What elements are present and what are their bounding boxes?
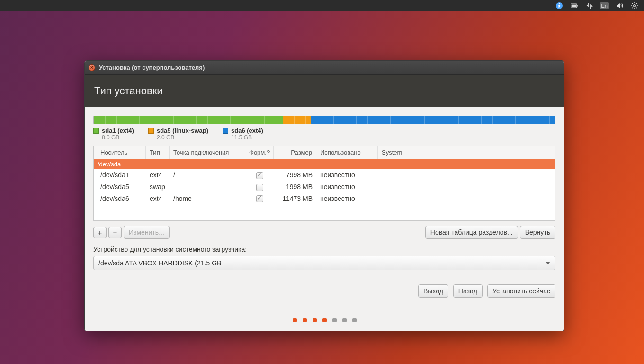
format-checkbox[interactable] (256, 184, 263, 191)
table-header: Носитель Тип Точка подключения Форм.? Ра… (94, 146, 555, 159)
legend-item: sda5 (linux-swap)2.0 GB (148, 127, 208, 141)
progress-dot (352, 318, 357, 322)
installer-window: Установка (от суперпользователя) Тип уст… (84, 60, 564, 331)
progress-dot (303, 318, 307, 322)
disk-row[interactable]: /dev/sda (94, 159, 555, 169)
svg-line-13 (636, 3, 637, 4)
accessibility-icon[interactable] (555, 1, 564, 10)
battery-icon[interactable] (570, 1, 579, 10)
format-checkbox[interactable] (256, 172, 263, 179)
progress-dot (332, 318, 337, 322)
progress-dot (322, 318, 327, 322)
system-top-panel: En (0, 0, 644, 11)
partition-segment[interactable] (94, 116, 283, 124)
svg-line-12 (632, 8, 633, 9)
bootloader-device-select[interactable]: /dev/sda ATA VBOX HARDDISK (21.5 GB (93, 256, 555, 270)
progress-dots (85, 318, 564, 322)
svg-line-11 (636, 8, 637, 9)
window-titlebar[interactable]: Установка (от суперпользователя) (85, 61, 564, 75)
partition-legend: sda1 (ext4)8.0 GBsda5 (linux-swap)2.0 GB… (93, 127, 555, 141)
table-row[interactable]: /dev/sda1ext4/7998 MBнеизвестно (94, 169, 555, 181)
bootloader-device-value: /dev/sda ATA VBOX HARDDISK (21.5 GB (98, 259, 221, 267)
wizard-footer: Выход Назад Установить сейчас (93, 284, 555, 298)
partition-toolbar: + − Изменить... Новая таблица разделов..… (93, 226, 555, 239)
volume-icon[interactable] (615, 1, 624, 10)
change-partition-button[interactable]: Изменить... (124, 226, 170, 239)
col-mount[interactable]: Точка подключения (170, 146, 245, 159)
page-heading: Тип установки (85, 75, 564, 107)
legend-item: sda6 (ext4)11.5 GB (223, 127, 263, 141)
install-button[interactable]: Установить сейчас (487, 284, 555, 298)
col-type[interactable]: Тип (146, 146, 170, 159)
add-partition-button[interactable]: + (93, 227, 107, 238)
svg-rect-4 (571, 5, 576, 7)
bootloader-label: Устройство для установки системного загр… (93, 246, 555, 253)
col-used[interactable]: Использовано (316, 146, 378, 159)
partition-usage-bar (93, 116, 555, 124)
keyboard-layout-indicator[interactable]: En (600, 2, 609, 9)
partition-segment[interactable] (283, 116, 310, 124)
svg-point-1 (558, 3, 560, 5)
network-icon[interactable] (585, 1, 594, 10)
progress-dot (313, 318, 317, 322)
back-button[interactable]: Назад (453, 284, 483, 298)
svg-point-5 (634, 5, 635, 7)
col-device[interactable]: Носитель (94, 146, 146, 159)
progress-dot (342, 318, 347, 322)
table-row[interactable]: /dev/sda6ext4/home11473 MBнеизвестно (94, 193, 555, 205)
format-checkbox[interactable] (256, 195, 263, 202)
col-system[interactable]: System (378, 146, 555, 159)
progress-dot (293, 318, 297, 322)
partition-table: Носитель Тип Точка подключения Форм.? Ра… (93, 146, 555, 221)
table-row[interactable]: /dev/sda5swap1998 MBнеизвестно (94, 181, 555, 193)
window-title: Установка (от суперпользователя) (99, 64, 205, 71)
quit-button[interactable]: Выход (418, 284, 448, 298)
revert-button[interactable]: Вернуть (520, 226, 555, 239)
col-format[interactable]: Форм.? (245, 146, 274, 159)
legend-item: sda1 (ext4)8.0 GB (93, 127, 134, 141)
svg-rect-3 (577, 5, 578, 6)
partition-segment[interactable] (311, 116, 555, 124)
new-partition-table-button[interactable]: Новая таблица разделов... (425, 226, 518, 239)
remove-partition-button[interactable]: − (108, 227, 122, 238)
col-size[interactable]: Размер (274, 146, 316, 159)
settings-gear-icon[interactable] (630, 1, 639, 10)
svg-line-10 (632, 3, 633, 4)
chevron-down-icon (546, 262, 550, 264)
close-icon[interactable] (89, 64, 95, 71)
